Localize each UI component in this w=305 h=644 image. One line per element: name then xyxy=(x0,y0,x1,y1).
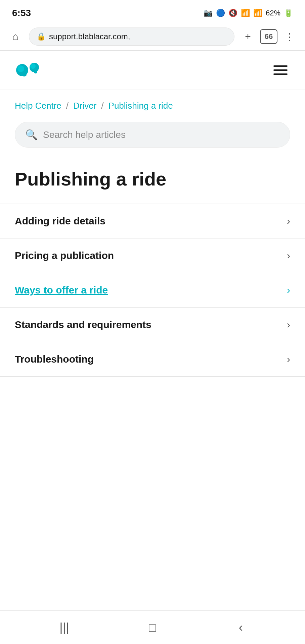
battery-icon: 🔋 xyxy=(284,9,293,17)
recents-button[interactable]: ||| xyxy=(54,618,74,638)
breadcrumb-separator-1: / xyxy=(66,101,69,111)
home-button[interactable]: □ xyxy=(142,618,163,638)
status-time: 6:53 xyxy=(12,8,31,18)
home-square-icon: □ xyxy=(149,621,156,635)
chevron-right-icon: › xyxy=(287,250,290,261)
new-tab-button[interactable]: + xyxy=(241,29,255,44)
hamburger-menu-button[interactable] xyxy=(271,63,290,77)
hamburger-line-2 xyxy=(273,69,288,71)
browser-home-button[interactable]: ⌂ xyxy=(8,29,23,44)
browser-toolbar: ⌂ 🔒 support.blablacar.com, + 66 ⋮ xyxy=(8,28,297,46)
menu-item-adding-ride-details[interactable]: Adding ride details › xyxy=(0,204,305,238)
signal-icon: 📶 xyxy=(253,9,262,17)
hamburger-line-1 xyxy=(273,65,288,67)
search-icon: 🔍 xyxy=(25,129,38,141)
battery-indicator: 62% xyxy=(266,9,280,17)
menu-item-pricing-publication[interactable]: Pricing a publication › xyxy=(0,238,305,273)
wifi-icon: 📶 xyxy=(241,9,250,17)
breadcrumb-separator-2: / xyxy=(101,101,103,111)
logo[interactable] xyxy=(15,60,45,80)
breadcrumb: Help Centre / Driver / Publishing a ride xyxy=(0,90,305,119)
plus-icon: + xyxy=(245,31,251,42)
recents-icon: ||| xyxy=(59,621,69,635)
page-title: Publishing a ride xyxy=(15,168,290,190)
tabs-count-label: 66 xyxy=(265,32,273,41)
menu-item-label: Standards and requirements xyxy=(15,319,151,330)
svg-point-4 xyxy=(22,73,27,76)
svg-point-3 xyxy=(30,63,36,69)
menu-item-label: Adding ride details xyxy=(15,215,105,227)
search-placeholder-text: Search help articles xyxy=(43,129,126,140)
hamburger-line-3 xyxy=(273,73,288,75)
status-icons: 📷 🔵 🔇 📶 📶 62% 🔋 xyxy=(204,9,293,17)
volume-mute-icon: 🔇 xyxy=(228,9,237,17)
video-camera-icon: 📷 xyxy=(204,9,213,17)
tabs-count-button[interactable]: 66 xyxy=(260,29,277,44)
menu-list: Adding ride details › Pricing a publicat… xyxy=(0,204,305,377)
breadcrumb-help-centre[interactable]: Help Centre xyxy=(15,101,61,111)
bottom-navigation-bar: ||| □ ‹ xyxy=(0,610,305,644)
menu-item-standards-requirements[interactable]: Standards and requirements › xyxy=(0,308,305,342)
address-bar[interactable]: 🔒 support.blablacar.com, xyxy=(29,28,234,46)
menu-item-troubleshooting[interactable]: Troubleshooting › xyxy=(0,342,305,377)
svg-point-2 xyxy=(17,65,24,72)
menu-item-label-active: Ways to offer a ride xyxy=(15,284,108,296)
status-bar: 6:53 📷 🔵 🔇 📶 📶 62% 🔋 xyxy=(0,0,305,24)
lock-icon: 🔒 xyxy=(37,32,46,41)
breadcrumb-driver[interactable]: Driver xyxy=(73,101,96,111)
url-text: support.blablacar.com, xyxy=(49,32,130,41)
browser-actions: + 66 ⋮ xyxy=(241,29,297,44)
bluetooth-icon: 🔵 xyxy=(216,9,225,17)
home-icon: ⌂ xyxy=(12,31,18,42)
menu-item-label: Troubleshooting xyxy=(15,354,94,365)
back-button[interactable]: ‹ xyxy=(231,618,251,638)
breadcrumb-current: Publishing a ride xyxy=(108,101,173,111)
page-content: Help Centre / Driver / Publishing a ride… xyxy=(0,51,305,610)
search-bar[interactable]: 🔍 Search help articles xyxy=(15,122,290,148)
svg-point-5 xyxy=(34,71,37,73)
blablacar-logo-svg xyxy=(15,60,45,80)
browser-chrome: ⌂ 🔒 support.blablacar.com, + 66 ⋮ xyxy=(0,24,305,51)
search-container: 🔍 Search help articles xyxy=(0,119,305,158)
page-title-section: Publishing a ride xyxy=(0,158,305,204)
back-arrow-icon: ‹ xyxy=(239,621,243,635)
browser-menu-button[interactable]: ⋮ xyxy=(282,29,297,44)
menu-item-ways-to-offer-ride[interactable]: Ways to offer a ride › xyxy=(0,273,305,308)
chevron-right-icon: › xyxy=(287,215,290,227)
site-header xyxy=(0,51,305,90)
chevron-right-icon: › xyxy=(287,319,290,330)
kebab-menu-icon: ⋮ xyxy=(285,31,295,43)
menu-item-label: Pricing a publication xyxy=(15,250,114,261)
chevron-right-icon-active: › xyxy=(287,284,290,296)
chevron-right-icon: › xyxy=(287,354,290,365)
